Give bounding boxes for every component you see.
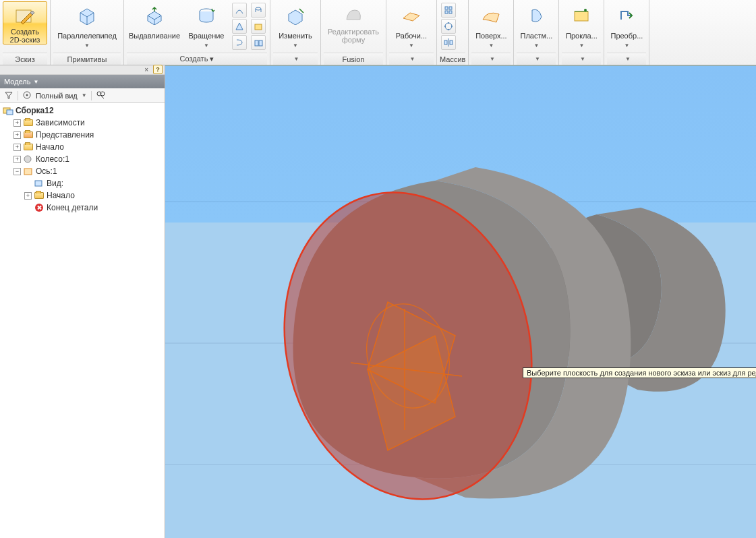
surface-button[interactable]: Поверх... ▼ — [471, 1, 511, 49]
modify-button[interactable]: Изменить ▼ — [273, 1, 318, 49]
ribbon-group-create-footer[interactable]: Создать ▾ — [127, 53, 267, 65]
tree-item[interactable]: +Колесо:1 — [0, 153, 165, 165]
chevron-down-icon: ▼ — [409, 42, 414, 49]
svg-point-21 — [26, 94, 28, 96]
gasket-button[interactable]: Прокла... ▼ — [562, 1, 601, 49]
modify-label: Изменить — [279, 28, 312, 44]
tree-item[interactable]: +Начало — [0, 189, 165, 202]
svg-rect-25 — [7, 110, 13, 115]
ribbon-group-plastic-footer[interactable]: ▼ — [517, 53, 556, 65]
ribbon-footer-label: Fusion — [342, 55, 364, 63]
ribbon-group-convert-footer[interactable]: ▼ — [607, 53, 646, 65]
tree-expander[interactable]: + — [13, 131, 21, 139]
panel-toolbar: Полный вид ▼ — [0, 88, 165, 103]
workplane-button[interactable]: Рабочи... ▼ — [389, 1, 434, 49]
svg-rect-6 — [445, 7, 448, 9]
ribbon-group-modify-footer[interactable]: ▼ — [273, 53, 318, 65]
close-icon[interactable]: × — [144, 66, 148, 73]
part-icon — [23, 154, 34, 164]
coil-button[interactable] — [232, 35, 247, 50]
tree-root[interactable]: Сборка12 — [0, 104, 165, 117]
ribbon-group-gasket-footer[interactable]: ▼ — [562, 53, 601, 65]
ribbon-group-gasket: Прокла... ▼ ▼ — [559, 0, 604, 65]
tree-expander[interactable]: + — [13, 119, 21, 127]
tree-item[interactable]: +Начало — [0, 141, 165, 153]
create-mini-column — [231, 1, 248, 50]
ribbon-group-create: Выдавливание Вращение ▼ — [124, 0, 270, 65]
tree-expander[interactable]: + — [24, 192, 32, 200]
ribbon-group-pattern-footer: Массив — [440, 53, 465, 65]
create-2d-sketch-button[interactable]: Создать 2D-эскиз — [3, 1, 47, 44]
svg-rect-4 — [255, 40, 258, 46]
plastic-button[interactable]: Пластм... ▼ — [517, 1, 556, 49]
workplane-label: Рабочи... — [396, 28, 427, 44]
redx-icon — [34, 203, 45, 212]
help-icon[interactable]: ? — [153, 65, 163, 74]
ribbon-group-sketch: Создать 2D-эскиз Эскиз — [0, 0, 51, 65]
mirror-button[interactable] — [441, 35, 456, 50]
edit-form-icon — [343, 5, 364, 26]
surface-label: Поверх... — [475, 28, 507, 44]
view-mode-icon[interactable] — [22, 90, 32, 101]
chevron-down-icon: ▼ — [488, 42, 494, 49]
panel-title-bar[interactable]: Модель ▼ — [0, 75, 165, 88]
ribbon-footer-label: Примитивы — [67, 55, 107, 63]
view-icon — [34, 179, 45, 188]
tooltip-text: Выберите плоскость для создания нового э… — [527, 369, 756, 377]
tree-expander[interactable]: + — [13, 156, 21, 163]
tree-item[interactable]: −Ось:1 — [0, 165, 165, 177]
tree-item[interactable]: Вид: — [0, 177, 165, 189]
tree-item-label: Колесо:1 — [36, 154, 69, 165]
convert-button[interactable]: Преобр... ▼ — [607, 1, 646, 49]
chevron-down-icon: ▼ — [490, 56, 495, 62]
ribbon-group-fusion: Редактировать форму Fusion — [321, 0, 386, 65]
loft-button[interactable] — [232, 19, 247, 34]
chevron-down-icon: ▼ — [33, 79, 38, 85]
ribbon-group-surface-footer[interactable]: ▼ — [471, 53, 511, 65]
tree-item[interactable]: Конец детали — [0, 202, 165, 214]
revolve-button[interactable]: Вращение ▼ — [183, 1, 229, 49]
convert-label: Преобр... — [610, 28, 643, 44]
tree-expander[interactable]: − — [13, 168, 21, 175]
svg-point-19 — [584, 9, 587, 11]
viewport-3d[interactable]: Выберите плоскость для создания нового э… — [165, 65, 756, 538]
emboss-button[interactable] — [251, 19, 266, 34]
svg-point-12 — [451, 26, 453, 27]
circ-pattern-button[interactable] — [441, 19, 456, 34]
ribbon: Создать 2D-эскиз Эскиз Параллелепипед ▼ … — [0, 0, 756, 65]
ribbon-group-workfeat-footer[interactable]: ▼ — [389, 53, 434, 65]
extrude-button[interactable]: Выдавливание — [127, 1, 182, 44]
sketch-hint-tooltip: Выберите плоскость для создания нового э… — [523, 367, 756, 378]
box-label: Параллелепипед — [57, 28, 117, 44]
tree-expander[interactable]: + — [13, 144, 21, 151]
sweep-button[interactable] — [232, 3, 247, 18]
svg-rect-28 — [35, 181, 42, 186]
chevron-down-icon: ▼ — [410, 56, 415, 62]
rect-pattern-button[interactable] — [441, 3, 456, 18]
edit-form-label: Редактировать форму — [328, 28, 379, 44]
svg-rect-27 — [24, 169, 32, 175]
svg-rect-8 — [445, 11, 448, 13]
tree-item[interactable]: +Представления — [0, 129, 165, 141]
tree-item-label: Начало — [47, 190, 75, 201]
tree-item[interactable]: +Зависимости — [0, 117, 165, 129]
filter-icon[interactable] — [4, 90, 13, 101]
ribbon-group-workfeat: Рабочи... ▼ ▼ — [386, 0, 437, 65]
revolve-icon — [196, 5, 217, 26]
folder-icon — [34, 191, 45, 200]
create-mini-column2 — [250, 1, 267, 50]
tree-root-label: Сборка12 — [16, 105, 54, 116]
view-mode-label[interactable]: Полный вид — [36, 92, 78, 100]
box-button[interactable]: Параллелепипед ▼ — [53, 1, 121, 49]
find-icon[interactable] — [96, 90, 105, 101]
chevron-down-icon: ▼ — [204, 42, 209, 49]
gasket-label: Прокла... — [566, 28, 598, 44]
svg-rect-15 — [444, 40, 447, 44]
derive-button[interactable] — [251, 35, 266, 50]
panel-close-bar: × ? — [0, 65, 165, 75]
extrude-label: Выдавливание — [129, 28, 180, 44]
ribbon-group-primitives: Параллелепипед ▼ Примитивы — [51, 0, 124, 65]
rib-button[interactable] — [251, 3, 266, 18]
edit-form-button: Редактировать форму — [324, 1, 383, 44]
svg-rect-9 — [449, 11, 452, 13]
